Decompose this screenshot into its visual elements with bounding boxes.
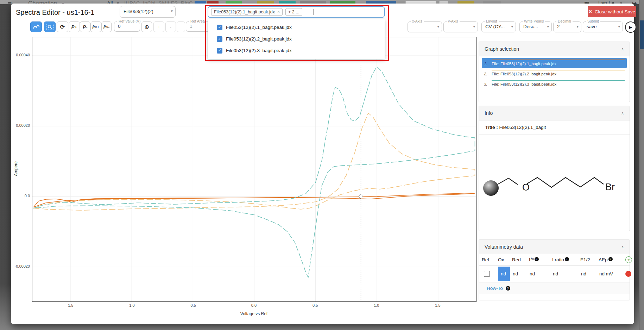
il0-remove-button[interactable]: Iλ0- [101,21,112,32]
page-scrollbar[interactable] [639,0,644,330]
more-files-badge[interactable]: + 2 ... [285,8,302,16]
layout-select[interactable]: Layout CV (CY... ▾ [481,21,516,32]
column-header: I ratioi [552,257,580,262]
file-multiselect-input[interactable]: File053(12)(2).1_bagit.peak.jdx × + 2 ..… [208,6,385,18]
ref-checkbox[interactable] [484,271,490,277]
spectrum-file-select[interactable]: File053(12)(2) ▾ [120,6,176,18]
remove-row-button[interactable]: − [625,271,631,277]
graph-selection-header[interactable]: Graph selection ∧ [479,42,630,56]
file-dropdown-option[interactable]: ✓File053(12)(2).1_bagit.peak.jdx [208,21,385,33]
voltammogram-plot[interactable] [32,37,476,302]
info-header[interactable]: Info ∧ [479,106,630,120]
voltammetry-cell[interactable]: nd [498,267,510,281]
decrement-button[interactable]: - [165,21,176,32]
close-button-label: Close without Save [595,9,636,14]
howto-row: How-To ? [479,282,630,294]
il0-add-sign: + [97,24,100,30]
zoom-select-icon [46,24,53,30]
chevron-down-icon: ▾ [576,24,579,29]
voltammetry-header[interactable]: Voltammetry data ∧ [479,240,630,254]
blank-stepper-field[interactable] [177,21,185,32]
peak-add-button[interactable]: P+ [69,21,80,32]
file-dropdown-panel: ✓File053(12)(2).1_bagit.peak.jdx✓File053… [208,19,385,59]
peak-remove-button[interactable]: P- [80,21,90,32]
add-row-button[interactable]: + [625,256,632,263]
voltammetry-cell[interactable]: nd [580,271,599,276]
submit-select[interactable]: Submit save ▾ [583,21,623,32]
increment-label: + [158,24,160,30]
howto-link[interactable]: How-To [487,286,503,291]
scrollbar-thumb[interactable] [640,20,644,49]
il0-add-button[interactable]: Iλ0+ [90,21,101,32]
series-color-line [492,80,625,81]
voltammetry-table-row: ndndndndndnd mV− [479,266,630,282]
run-submit-button[interactable]: ▶ [625,21,636,33]
info-icon[interactable]: i [608,257,613,261]
chevron-down-icon: ▾ [618,24,620,29]
atom-br: Br [605,182,615,192]
file-dropdown-option[interactable]: ✓File053(12)(2).2_bagit.peak.jdx [208,33,385,45]
collapse-icon[interactable]: ∧ [621,245,624,249]
graph-item-index: 2. [484,70,489,76]
series-color-line [492,60,625,60]
remove-tag-icon[interactable]: × [277,10,280,14]
ref-value-input[interactable]: Ref Value (V) 0 [114,21,140,32]
line-chart-mode-button[interactable] [30,21,42,32]
x-tick-label: 0.0 [245,303,263,307]
layout-value: CV (CY... [485,24,505,29]
voltammetry-cell[interactable]: nd [552,271,580,276]
x-tick-label: 1.0 [368,303,385,307]
voltammetry-cell[interactable]: nd mV [599,271,625,276]
submit-value: save [587,24,597,29]
decimal-select[interactable]: Decimal 2 ▾ [553,21,581,32]
write-peaks-select[interactable]: Write Peaks Desc... ▾ [519,21,552,32]
voltammetry-cell[interactable]: nd [529,271,552,276]
info-title-value: File053(12)(2).1_bagit [499,125,546,130]
more-files-badge-label: + 2 ... [288,10,299,14]
x-tick-label: 1.5 [429,303,447,307]
file-dropdown-option[interactable]: ✓File053(12)(2).3_bagit.peak.jdx [208,45,385,56]
series-color-line [492,70,625,70]
graph-selection-item[interactable]: 3.File: File053(12)(2).3_bagit.peak.jdx [482,79,627,88]
x-axis-select[interactable]: x-Axis ▾ [408,21,442,32]
column-header: ΔEpi [599,257,625,262]
y-axis-title: Ampere [13,155,18,183]
graph-item-label: File: File053(12)(2).3_bagit.peak.jdx [492,82,625,86]
graph-item-label: File: File053(12)(2).2_bagit.peak.jdx [492,72,625,76]
ref-value-label: Ref Value (V) [117,19,142,23]
checkbox-checked-icon[interactable]: ✓ [217,48,222,54]
line-chart-icon [33,24,39,29]
question-icon[interactable]: ? [506,286,510,291]
marker-handle[interactable] [359,195,363,199]
increment-button[interactable]: + [153,21,164,32]
info-title-row: Title : File053(12)(2).1_bagit [479,120,630,135]
checkbox-checked-icon[interactable]: ✓ [217,36,222,42]
close-without-save-button[interactable]: ✖ Close without Save [588,6,636,17]
voltammetry-cell[interactable]: nd [512,271,529,276]
x-axis-title: Voltage vs Ref [32,311,476,316]
graph-selection-item[interactable]: 2.File: File053(12)(2).2_bagit.peak.jdx [482,68,627,78]
y-axis-select[interactable]: y-Axis ▾ [443,21,478,32]
zoom-select-button[interactable] [44,21,56,32]
reset-zoom-button[interactable]: ⟳ [57,21,68,32]
file-dropdown-option-label: File053(12)(2).3_bagit.peak.jdx [226,48,292,53]
page-title: Spectra Editor - us1-16-1 [16,8,94,17]
write-peaks-value: Desc... [523,24,538,29]
graph-selection-list: 1.File: File053(12)(2).1_bagit.peak.jdx2… [479,56,630,91]
info-icon[interactable]: i [565,257,569,261]
collapse-icon[interactable]: ∧ [621,47,624,51]
graph-selection-item[interactable]: 1.File: File053(12)(2).1_bagit.peak.jdx [482,58,627,68]
column-header: Iλ0i [529,257,552,262]
info-title: Info [485,110,493,116]
collapse-icon[interactable]: ∧ [621,111,624,116]
peak-add-label: P+ [71,24,77,30]
menu-icon[interactable]: ≡ [8,0,12,4]
chevron-down-icon: ▾ [547,24,549,29]
column-header: E1/2 [580,257,599,262]
chevron-down-icon: ▾ [437,24,439,29]
info-icon[interactable]: i [535,257,539,261]
checkbox-checked-icon[interactable]: ✓ [217,25,222,30]
set-ref-point-button[interactable]: ⊕ [141,21,152,32]
chevron-down-icon: ▾ [171,9,173,13]
selected-file-tag[interactable]: File053(12)(2).1_bagit.peak.jdx × [211,8,283,16]
